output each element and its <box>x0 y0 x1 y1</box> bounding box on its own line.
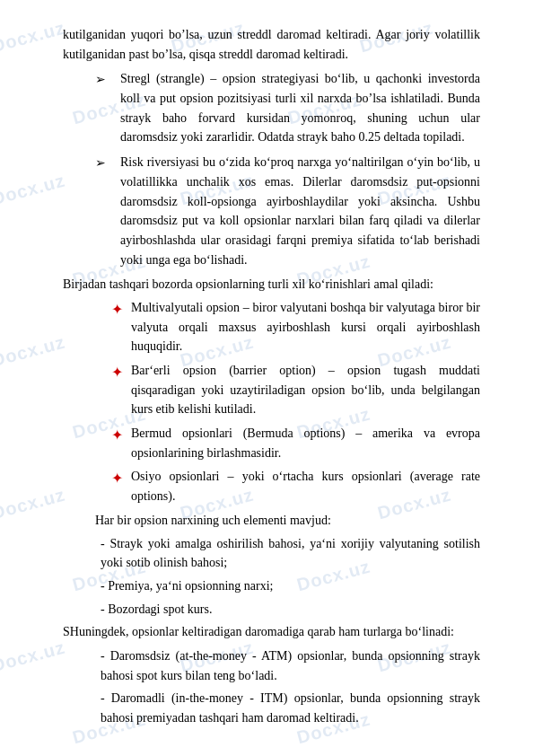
indent-paragraph-stregl: ➢ Stregl (strangle) – opsion strategiyas… <box>95 69 480 147</box>
indent-paragraph-risk: ➢ Risk riversiyasi bu o‘zida ko‘proq nar… <box>95 153 480 269</box>
indent-1-text: Stregl (strangle) – opsion strategiyasi … <box>120 69 480 147</box>
bullet-paragraph-osiyo: ✦ Osiyo opsionlari – yoki o‘rtacha kurs … <box>111 467 480 505</box>
bullet-paragraph-barrier: ✦ Bar‘erli opsion (barrier option) – ops… <box>111 361 480 419</box>
bullet-icon-2: ✦ <box>111 361 131 419</box>
bullet-4-text: Osiyo opsionlari – yoki o‘rtacha kurs op… <box>131 467 480 505</box>
indent-2-text: Risk riversiyasi bu o‘zida ko‘proq narxg… <box>120 153 480 269</box>
page-content: kutilganidan yuqori bo’lsa, uzun streddl… <box>0 0 534 756</box>
arrow-icon-2: ➢ <box>95 153 120 269</box>
bullet-icon-3: ✦ <box>111 424 131 462</box>
bullet-3-text: Bermud opsionlari (Bermuda options) – am… <box>131 424 480 462</box>
bullet-1-text: Multivalyutali opsion – biror valyutani … <box>131 298 480 356</box>
bullet-paragraph-multivalyuta: ✦ Multivalyutali opsion – biror valyutan… <box>111 298 480 356</box>
arrow-icon-1: ➢ <box>95 69 120 147</box>
paragraph-shuningdek: SHuningdek, opsionlar keltiradigan darom… <box>63 622 480 642</box>
bullet-icon-4: ✦ <box>111 467 131 505</box>
section-label: Birjadan tashqari bozorda opsionlarning … <box>63 275 480 294</box>
dash-line-2: - Premiya, ya‘ni opsionning narxi; <box>101 576 480 596</box>
dash-line-3: - Bozordagi spot kurs. <box>101 600 480 620</box>
paragraph-elements: Har bir opsion narxining uch elementi ma… <box>95 511 480 531</box>
dash-line-4: - Daromsdsiz (at-the-money - ATM) opsion… <box>101 646 480 685</box>
dash-line-5: - Daromadli (in-the-money - ITM) opsionl… <box>101 689 480 727</box>
dash-line-1: - Strayk yoki amalga oshirilish bahosi, … <box>101 534 480 573</box>
bullet-paragraph-bermud: ✦ Bermud opsionlari (Bermuda options) – … <box>111 424 480 462</box>
paragraph-1: kutilganidan yuqori bo’lsa, uzun streddl… <box>63 25 480 64</box>
bullet-2-text: Bar‘erli opsion (barrier option) – opsio… <box>131 361 480 419</box>
bullet-icon-1: ✦ <box>111 298 131 356</box>
